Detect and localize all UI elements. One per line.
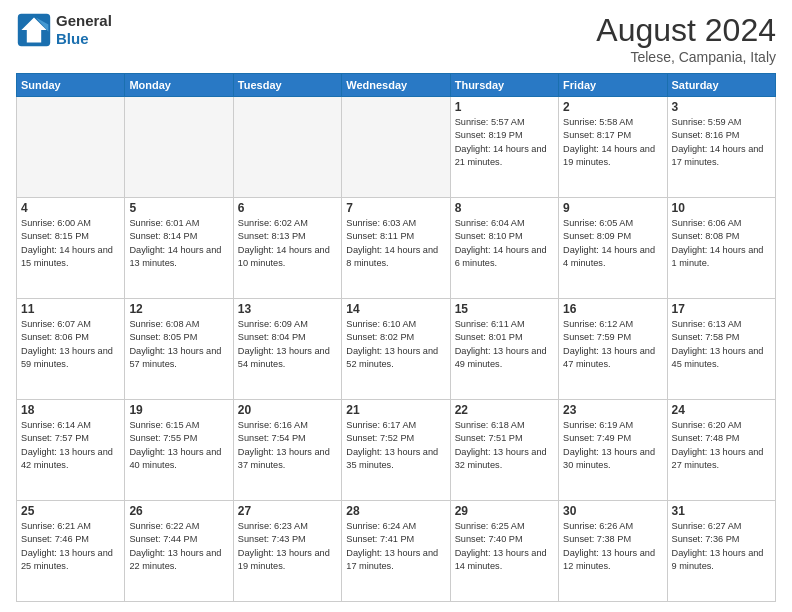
day-number: 17	[672, 302, 771, 316]
day-number: 19	[129, 403, 228, 417]
day-info: Sunrise: 6:00 AMSunset: 8:15 PMDaylight:…	[21, 217, 120, 270]
calendar-day-cell: 3Sunrise: 5:59 AMSunset: 8:16 PMDaylight…	[667, 97, 775, 198]
calendar-day-cell: 30Sunrise: 6:26 AMSunset: 7:38 PMDayligh…	[559, 501, 667, 602]
day-number: 24	[672, 403, 771, 417]
calendar-day-cell: 2Sunrise: 5:58 AMSunset: 8:17 PMDaylight…	[559, 97, 667, 198]
day-number: 18	[21, 403, 120, 417]
day-of-week-header: Friday	[559, 74, 667, 97]
day-info: Sunrise: 6:18 AMSunset: 7:51 PMDaylight:…	[455, 419, 554, 472]
calendar-day-cell: 13Sunrise: 6:09 AMSunset: 8:04 PMDayligh…	[233, 299, 341, 400]
calendar-day-cell: 15Sunrise: 6:11 AMSunset: 8:01 PMDayligh…	[450, 299, 558, 400]
day-number: 2	[563, 100, 662, 114]
day-info: Sunrise: 6:24 AMSunset: 7:41 PMDaylight:…	[346, 520, 445, 573]
day-info: Sunrise: 6:06 AMSunset: 8:08 PMDaylight:…	[672, 217, 771, 270]
calendar-week-row: 25Sunrise: 6:21 AMSunset: 7:46 PMDayligh…	[17, 501, 776, 602]
day-of-week-header: Wednesday	[342, 74, 450, 97]
day-info: Sunrise: 6:11 AMSunset: 8:01 PMDaylight:…	[455, 318, 554, 371]
day-info: Sunrise: 6:08 AMSunset: 8:05 PMDaylight:…	[129, 318, 228, 371]
day-number: 7	[346, 201, 445, 215]
day-info: Sunrise: 6:22 AMSunset: 7:44 PMDaylight:…	[129, 520, 228, 573]
day-number: 29	[455, 504, 554, 518]
day-info: Sunrise: 6:20 AMSunset: 7:48 PMDaylight:…	[672, 419, 771, 472]
day-info: Sunrise: 6:16 AMSunset: 7:54 PMDaylight:…	[238, 419, 337, 472]
calendar-day-cell: 22Sunrise: 6:18 AMSunset: 7:51 PMDayligh…	[450, 400, 558, 501]
title-block: August 2024 Telese, Campania, Italy	[596, 12, 776, 65]
calendar-day-cell: 26Sunrise: 6:22 AMSunset: 7:44 PMDayligh…	[125, 501, 233, 602]
calendar-day-cell: 25Sunrise: 6:21 AMSunset: 7:46 PMDayligh…	[17, 501, 125, 602]
calendar-day-cell: 10Sunrise: 6:06 AMSunset: 8:08 PMDayligh…	[667, 198, 775, 299]
calendar-day-cell: 21Sunrise: 6:17 AMSunset: 7:52 PMDayligh…	[342, 400, 450, 501]
day-info: Sunrise: 6:05 AMSunset: 8:09 PMDaylight:…	[563, 217, 662, 270]
day-number: 10	[672, 201, 771, 215]
day-info: Sunrise: 5:59 AMSunset: 8:16 PMDaylight:…	[672, 116, 771, 169]
day-info: Sunrise: 6:23 AMSunset: 7:43 PMDaylight:…	[238, 520, 337, 573]
day-number: 1	[455, 100, 554, 114]
logo: General Blue	[16, 12, 112, 48]
calendar-day-cell: 18Sunrise: 6:14 AMSunset: 7:57 PMDayligh…	[17, 400, 125, 501]
calendar-week-row: 11Sunrise: 6:07 AMSunset: 8:06 PMDayligh…	[17, 299, 776, 400]
day-info: Sunrise: 6:01 AMSunset: 8:14 PMDaylight:…	[129, 217, 228, 270]
day-of-week-header: Tuesday	[233, 74, 341, 97]
day-number: 20	[238, 403, 337, 417]
calendar-day-cell: 28Sunrise: 6:24 AMSunset: 7:41 PMDayligh…	[342, 501, 450, 602]
calendar-day-cell	[17, 97, 125, 198]
day-info: Sunrise: 6:04 AMSunset: 8:10 PMDaylight:…	[455, 217, 554, 270]
day-number: 30	[563, 504, 662, 518]
day-of-week-header: Sunday	[17, 74, 125, 97]
calendar-day-cell: 14Sunrise: 6:10 AMSunset: 8:02 PMDayligh…	[342, 299, 450, 400]
calendar-day-cell: 12Sunrise: 6:08 AMSunset: 8:05 PMDayligh…	[125, 299, 233, 400]
calendar-day-cell: 8Sunrise: 6:04 AMSunset: 8:10 PMDaylight…	[450, 198, 558, 299]
day-of-week-header: Saturday	[667, 74, 775, 97]
day-info: Sunrise: 6:03 AMSunset: 8:11 PMDaylight:…	[346, 217, 445, 270]
location: Telese, Campania, Italy	[596, 49, 776, 65]
page: General Blue August 2024 Telese, Campani…	[0, 0, 792, 612]
calendar-day-cell: 23Sunrise: 6:19 AMSunset: 7:49 PMDayligh…	[559, 400, 667, 501]
calendar-day-cell: 17Sunrise: 6:13 AMSunset: 7:58 PMDayligh…	[667, 299, 775, 400]
day-number: 8	[455, 201, 554, 215]
day-info: Sunrise: 5:57 AMSunset: 8:19 PMDaylight:…	[455, 116, 554, 169]
day-number: 12	[129, 302, 228, 316]
day-number: 14	[346, 302, 445, 316]
day-of-week-header: Thursday	[450, 74, 558, 97]
day-number: 23	[563, 403, 662, 417]
calendar-day-cell: 16Sunrise: 6:12 AMSunset: 7:59 PMDayligh…	[559, 299, 667, 400]
calendar-day-cell: 1Sunrise: 5:57 AMSunset: 8:19 PMDaylight…	[450, 97, 558, 198]
day-number: 28	[346, 504, 445, 518]
calendar-table: SundayMondayTuesdayWednesdayThursdayFrid…	[16, 73, 776, 602]
calendar-day-cell: 6Sunrise: 6:02 AMSunset: 8:13 PMDaylight…	[233, 198, 341, 299]
day-info: Sunrise: 6:21 AMSunset: 7:46 PMDaylight:…	[21, 520, 120, 573]
calendar-header: SundayMondayTuesdayWednesdayThursdayFrid…	[17, 74, 776, 97]
day-number: 15	[455, 302, 554, 316]
calendar-day-cell	[342, 97, 450, 198]
day-number: 26	[129, 504, 228, 518]
day-info: Sunrise: 6:14 AMSunset: 7:57 PMDaylight:…	[21, 419, 120, 472]
calendar-day-cell: 29Sunrise: 6:25 AMSunset: 7:40 PMDayligh…	[450, 501, 558, 602]
calendar-body: 1Sunrise: 5:57 AMSunset: 8:19 PMDaylight…	[17, 97, 776, 602]
calendar-day-cell	[125, 97, 233, 198]
calendar-day-cell: 27Sunrise: 6:23 AMSunset: 7:43 PMDayligh…	[233, 501, 341, 602]
calendar-day-cell: 7Sunrise: 6:03 AMSunset: 8:11 PMDaylight…	[342, 198, 450, 299]
calendar-day-cell: 19Sunrise: 6:15 AMSunset: 7:55 PMDayligh…	[125, 400, 233, 501]
day-number: 4	[21, 201, 120, 215]
day-number: 11	[21, 302, 120, 316]
day-info: Sunrise: 6:02 AMSunset: 8:13 PMDaylight:…	[238, 217, 337, 270]
calendar-week-row: 18Sunrise: 6:14 AMSunset: 7:57 PMDayligh…	[17, 400, 776, 501]
day-info: Sunrise: 6:09 AMSunset: 8:04 PMDaylight:…	[238, 318, 337, 371]
day-number: 9	[563, 201, 662, 215]
calendar-week-row: 4Sunrise: 6:00 AMSunset: 8:15 PMDaylight…	[17, 198, 776, 299]
day-number: 5	[129, 201, 228, 215]
day-info: Sunrise: 6:15 AMSunset: 7:55 PMDaylight:…	[129, 419, 228, 472]
day-info: Sunrise: 6:12 AMSunset: 7:59 PMDaylight:…	[563, 318, 662, 371]
day-number: 25	[21, 504, 120, 518]
calendar-day-cell: 20Sunrise: 6:16 AMSunset: 7:54 PMDayligh…	[233, 400, 341, 501]
day-number: 6	[238, 201, 337, 215]
header: General Blue August 2024 Telese, Campani…	[16, 12, 776, 65]
day-info: Sunrise: 6:19 AMSunset: 7:49 PMDaylight:…	[563, 419, 662, 472]
day-info: Sunrise: 6:26 AMSunset: 7:38 PMDaylight:…	[563, 520, 662, 573]
calendar-day-cell: 24Sunrise: 6:20 AMSunset: 7:48 PMDayligh…	[667, 400, 775, 501]
day-number: 27	[238, 504, 337, 518]
day-number: 16	[563, 302, 662, 316]
month-title: August 2024	[596, 12, 776, 49]
day-info: Sunrise: 5:58 AMSunset: 8:17 PMDaylight:…	[563, 116, 662, 169]
day-info: Sunrise: 6:13 AMSunset: 7:58 PMDaylight:…	[672, 318, 771, 371]
